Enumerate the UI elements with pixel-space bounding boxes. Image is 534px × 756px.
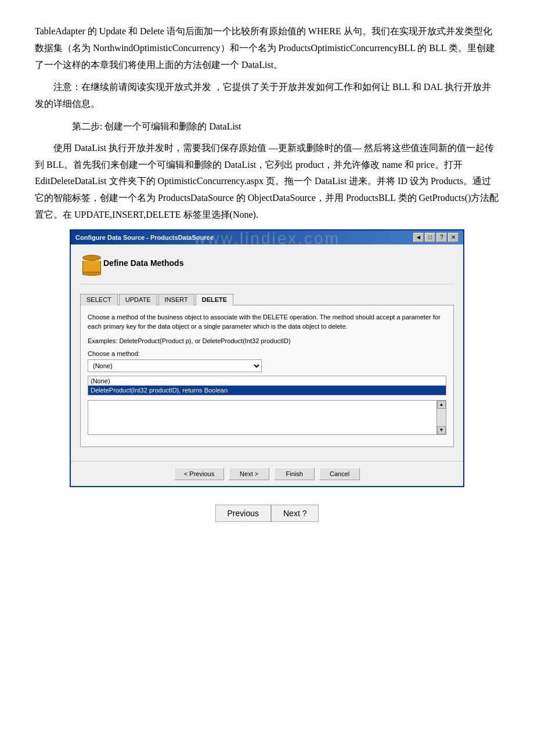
database-icon xyxy=(80,254,103,277)
method-list[interactable]: (None) DeleteProduct(Int32 productID), r… xyxy=(88,376,446,395)
db-icon-body xyxy=(82,261,101,272)
scrollbar-up[interactable]: ▲ xyxy=(437,401,446,409)
watermark-container: www.lindiex.com Configure Data Source - … xyxy=(35,229,499,487)
titlebar-back-button[interactable]: ◄ xyxy=(413,233,424,242)
tab-description: Choose a method of the business object t… xyxy=(88,312,446,332)
page-navigation: Previous Next ? xyxy=(35,505,499,522)
choose-method-label: Choose a method: xyxy=(88,350,446,357)
configure-datasource-dialog: Configure Data Source - ProductsDataSour… xyxy=(70,229,464,487)
tab-insert[interactable]: INSERT xyxy=(158,294,194,305)
method-list-item-none[interactable]: (None) xyxy=(88,376,446,386)
dialog-wrapper: Configure Data Source - ProductsDataSour… xyxy=(35,229,499,487)
db-icon-top xyxy=(82,255,101,261)
titlebar-buttons: ◄ □ ? ✕ xyxy=(413,233,459,242)
titlebar-close-button[interactable]: ✕ xyxy=(448,233,459,242)
dialog-footer: < Previous Next > Finish Cancel xyxy=(71,461,463,486)
next-page-button[interactable]: Next ? xyxy=(271,505,319,522)
previous-button[interactable]: < Previous xyxy=(174,467,224,480)
tabs-row: SELECT UPDATE INSERT DELETE xyxy=(80,294,454,305)
dropdown-row: (None) DeleteProduct(Int32 productID), r… xyxy=(88,359,446,372)
dialog-title: Configure Data Source - ProductsDataSour… xyxy=(75,234,214,241)
extra-listbox: ▲ ▼ xyxy=(88,400,446,435)
tab-example: Examples: DeleteProduct(Product p), or D… xyxy=(88,337,446,344)
paragraph-3: 第二步: 创建一个可编辑和删除的 DataList xyxy=(35,118,499,135)
tab-delete[interactable]: DELETE xyxy=(196,294,233,305)
dialog-header-section: Define Data Methods xyxy=(80,254,454,285)
paragraph-2: 注意：在继续前请阅读实现开放式并发 ，它提供了关于开放并发如何工作和如何让 BL… xyxy=(35,79,499,113)
next-button[interactable]: Next > xyxy=(229,467,269,480)
cancel-button[interactable]: Cancel xyxy=(319,467,360,480)
previous-page-button[interactable]: Previous xyxy=(215,505,271,522)
delete-tab-content: Choose a method of the business object t… xyxy=(80,305,454,447)
dialog-body: Define Data Methods SELECT UPDATE INSERT… xyxy=(71,244,463,456)
scrollbar-down[interactable]: ▼ xyxy=(437,426,446,434)
tab-select[interactable]: SELECT xyxy=(80,294,118,305)
method-dropdown[interactable]: (None) DeleteProduct(Int32 productID), r… xyxy=(88,359,262,372)
page-content: TableAdapter 的 Update 和 Delete 语句后面加一个比较… xyxy=(35,23,499,224)
paragraph-1: TableAdapter 的 Update 和 Delete 语句后面加一个比较… xyxy=(35,23,499,73)
paragraph-4: 使用 DataList 执行开放并发时，需要我们保存原始值 —更新或删除时的值—… xyxy=(35,140,499,224)
finish-button[interactable]: Finish xyxy=(274,467,315,480)
db-icon-bottom xyxy=(82,272,101,276)
titlebar-minimize-button[interactable]: □ xyxy=(425,233,435,242)
listbox-scrollbar[interactable]: ▲ ▼ xyxy=(436,401,446,434)
method-list-item-delete[interactable]: DeleteProduct(Int32 productID), returns … xyxy=(88,386,446,395)
dialog-titlebar: Configure Data Source - ProductsDataSour… xyxy=(71,231,463,244)
dialog-main-title: Define Data Methods xyxy=(103,258,183,268)
titlebar-help-button[interactable]: ? xyxy=(436,233,447,242)
tab-update[interactable]: UPDATE xyxy=(119,294,157,305)
